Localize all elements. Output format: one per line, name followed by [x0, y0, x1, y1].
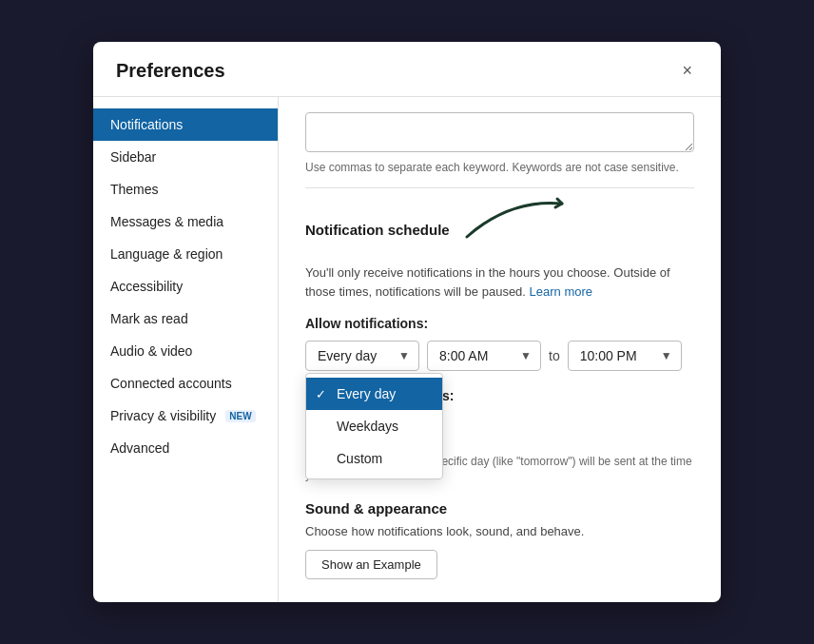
sound-appearance-title: Sound & appearance: [305, 500, 694, 517]
to-time-select[interactable]: 10:00 PM: [568, 341, 682, 371]
sidebar-item-language-region[interactable]: Language & region: [93, 238, 278, 270]
dropdown-item-everyday[interactable]: Every day: [306, 378, 442, 410]
from-time-select[interactable]: 8:00 AM: [427, 341, 541, 371]
keyword-hint: Use commas to separate each keyword. Key…: [305, 161, 694, 174]
notification-schedule-title: Notification schedule: [305, 204, 694, 256]
sidebar-item-label: Themes: [110, 182, 159, 197]
sidebar-item-privacy-visibility[interactable]: Privacy & visibilityNEW: [93, 400, 278, 432]
close-button[interactable]: ×: [676, 59, 698, 83]
to-label: to: [549, 348, 560, 363]
section-divider: [305, 187, 694, 188]
new-badge: NEW: [225, 410, 255, 422]
sidebar-item-label: Mark as read: [110, 311, 188, 326]
sidebar-item-accessibility[interactable]: Accessibility: [93, 270, 278, 302]
keyword-section: Use commas to separate each keyword. Key…: [305, 97, 694, 174]
dropdown-item-custom[interactable]: Custom: [306, 442, 442, 475]
from-time-select-wrapper: 8:00 AM ▼: [427, 341, 541, 371]
to-time-select-wrapper: 10:00 PM ▼: [568, 341, 682, 371]
preferences-modal: Preferences × NotificationsSidebarThemes…: [93, 42, 721, 602]
sidebar-item-mark-as-read[interactable]: Mark as read: [93, 302, 278, 335]
modal-header: Preferences ×: [93, 42, 721, 97]
sidebar-item-messages-media[interactable]: Messages & media: [93, 205, 278, 238]
keyword-textarea[interactable]: [305, 112, 694, 152]
sidebar-item-label: Notifications: [110, 117, 183, 132]
day-select-wrapper: Every day Weekdays Custom ▼ Every day We…: [305, 341, 419, 371]
show-example-button[interactable]: Show an Example: [305, 550, 437, 579]
modal-body: NotificationsSidebarThemesMessages & med…: [93, 97, 721, 602]
sidebar-item-label: Messages & media: [110, 214, 223, 229]
sidebar-item-advanced[interactable]: Advanced: [93, 432, 278, 464]
learn-more-link[interactable]: Learn more: [530, 284, 592, 299]
sidebar-item-label: Language & region: [110, 246, 223, 262]
sidebar-item-connected-accounts[interactable]: Connected accounts: [93, 367, 278, 400]
main-content: Use commas to separate each keyword. Key…: [279, 97, 721, 602]
day-select[interactable]: Every day Weekdays Custom: [305, 341, 419, 371]
sidebar-item-themes[interactable]: Themes: [93, 173, 278, 205]
day-dropdown-menu: Every day Weekdays Custom: [305, 373, 443, 479]
sidebar-item-audio-video[interactable]: Audio & video: [93, 335, 278, 367]
sidebar-item-label: Connected accounts: [110, 376, 232, 391]
arrow-annotation: [457, 194, 572, 246]
sound-appearance-desc: Choose how notifications look, sound, an…: [305, 524, 694, 538]
sidebar-item-label: Accessibility: [110, 279, 183, 294]
schedule-row: Every day Weekdays Custom ▼ Every day We…: [305, 341, 694, 371]
allow-notifications-label: Allow notifications:: [305, 316, 694, 331]
sidebar-item-sidebar[interactable]: Sidebar: [93, 141, 278, 173]
sidebar-nav: NotificationsSidebarThemesMessages & med…: [93, 97, 279, 602]
sidebar-item-label: Sidebar: [110, 149, 156, 165]
sidebar-item-label: Advanced: [110, 440, 169, 456]
sidebar-item-label: Audio & video: [110, 343, 192, 359]
sidebar-item-notifications[interactable]: Notifications: [93, 108, 278, 141]
sidebar-item-label: Privacy & visibility: [110, 408, 216, 423]
dropdown-item-weekdays[interactable]: Weekdays: [306, 410, 442, 442]
sound-appearance-section: Sound & appearance Choose how notificati…: [305, 500, 694, 579]
modal-title: Preferences: [116, 60, 225, 82]
notification-schedule-section: Notification schedule You'll only receiv…: [305, 204, 694, 481]
notification-schedule-desc: You'll only receive notifications in the…: [305, 263, 694, 301]
